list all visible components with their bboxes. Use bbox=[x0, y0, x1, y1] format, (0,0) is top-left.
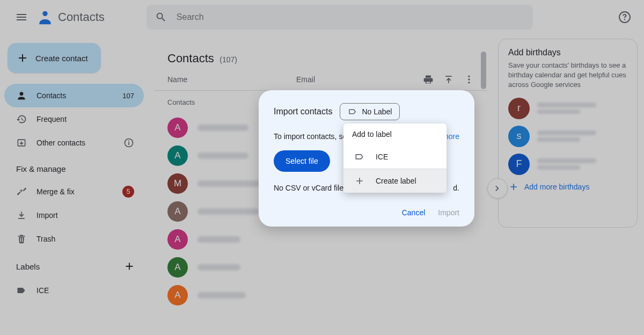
label-dropdown: Add to label ICE Create label bbox=[343, 123, 447, 193]
dialog-text-1: To import contacts, se bbox=[274, 132, 347, 141]
cancel-button[interactable]: Cancel bbox=[402, 208, 426, 217]
dialog-text-2a: No CSV or vCard file? bbox=[274, 184, 348, 192]
select-file-button[interactable]: Select file bbox=[274, 150, 330, 172]
dialog-title: Import contacts bbox=[274, 107, 332, 116]
plus-icon bbox=[354, 176, 365, 186]
label-outline-icon bbox=[348, 107, 357, 116]
import-button[interactable]: Import bbox=[438, 208, 459, 217]
dropdown-create-label[interactable]: Create label bbox=[343, 169, 447, 193]
dropdown-heading: Add to label bbox=[343, 123, 447, 145]
dropdown-item-ice[interactable]: ICE bbox=[343, 145, 447, 169]
label-chip[interactable]: No Label bbox=[340, 103, 400, 120]
label-outline-icon bbox=[354, 151, 365, 162]
dialog-text-2b: d. bbox=[453, 184, 459, 192]
